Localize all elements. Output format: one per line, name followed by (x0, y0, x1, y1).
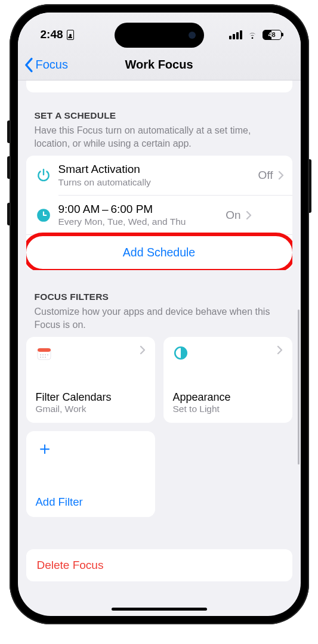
chevron-right-icon (246, 210, 252, 220)
dynamic-island (115, 23, 204, 48)
chevron-right-icon (277, 345, 283, 355)
plus-icon: ＋ (36, 439, 146, 457)
power-icon (36, 168, 58, 183)
home-indicator[interactable] (112, 608, 207, 611)
battery-percent: 48 (263, 31, 281, 38)
filter-card-calendars[interactable]: Filter Calendars Gmail, Work (26, 337, 155, 423)
smart-activation-title: Smart Activation (58, 163, 258, 177)
screen: 2:48 48 Focus Work Focus (18, 13, 301, 616)
svg-point-8 (42, 357, 44, 358)
smart-activation-row[interactable]: Smart Activation Turns on automatically … (26, 156, 292, 195)
add-schedule-button[interactable]: Add Schedule (26, 234, 292, 270)
svg-point-4 (42, 354, 44, 355)
scroll-indicator (298, 309, 300, 465)
calendar-icon (36, 345, 53, 362)
chevron-left-icon (24, 57, 35, 73)
time-schedule-state: On (226, 209, 240, 222)
previous-card-peek (26, 80, 292, 92)
smart-activation-sub: Turns on automatically (58, 177, 258, 188)
filters-section-caption: Customize how your apps and device behav… (26, 305, 292, 337)
delete-focus-label: Delete Focus (37, 559, 104, 571)
status-left: 2:48 (41, 28, 74, 41)
filters-section-header: FOCUS FILTERS (26, 292, 292, 305)
clock-icon (36, 208, 58, 223)
time-schedule-row[interactable]: 9:00 AM – 6:00 PM Every Mon, Tue, Wed, a… (58, 195, 292, 234)
back-button[interactable]: Focus (18, 57, 68, 73)
phone-frame: 2:48 48 Focus Work Focus (10, 4, 309, 624)
filter-sub: Set to Light (173, 404, 283, 414)
filters-grid: Filter Calendars Gmail, Work Appearance … (26, 337, 292, 423)
status-right: 48 (229, 29, 282, 41)
svg-point-3 (40, 354, 41, 355)
add-filter-label: Add Filter (36, 496, 146, 509)
content-scroll[interactable]: SET A SCHEDULE Have this Focus turn on a… (18, 80, 301, 616)
battery-icon: 48 (263, 30, 282, 40)
filter-card-appearance[interactable]: Appearance Set to Light (163, 337, 292, 423)
cellular-signal-icon (229, 30, 242, 39)
svg-point-6 (47, 354, 48, 355)
svg-point-7 (40, 357, 41, 358)
nav-bar: Focus Work Focus (18, 49, 301, 80)
svg-rect-2 (38, 348, 51, 352)
time-schedule-sub: Every Mon, Tue, Wed, and Thu (58, 216, 226, 227)
chevron-right-icon (278, 171, 284, 180)
appearance-icon (173, 345, 189, 361)
orientation-lock-icon (67, 30, 74, 40)
time-schedule-title: 9:00 AM – 6:00 PM (58, 203, 226, 216)
schedule-section-caption: Have this Focus turn on automatically at… (26, 124, 292, 156)
delete-focus-button[interactable]: Delete Focus (26, 549, 292, 581)
filter-title: Filter Calendars (36, 391, 146, 404)
schedule-card: Smart Activation Turns on automatically … (26, 156, 292, 270)
wifi-icon (246, 29, 258, 41)
schedule-section-header: SET A SCHEDULE (26, 110, 292, 124)
svg-point-9 (45, 357, 46, 358)
smart-activation-state: Off (258, 169, 273, 182)
add-schedule-label: Add Schedule (123, 246, 195, 259)
filter-sub: Gmail, Work (36, 404, 146, 414)
svg-point-5 (45, 354, 46, 355)
filter-title: Appearance (173, 391, 283, 404)
status-time: 2:48 (41, 28, 63, 41)
back-label: Focus (36, 58, 68, 72)
chevron-right-icon (140, 345, 146, 355)
add-filter-button[interactable]: ＋ Add Filter (26, 431, 155, 517)
